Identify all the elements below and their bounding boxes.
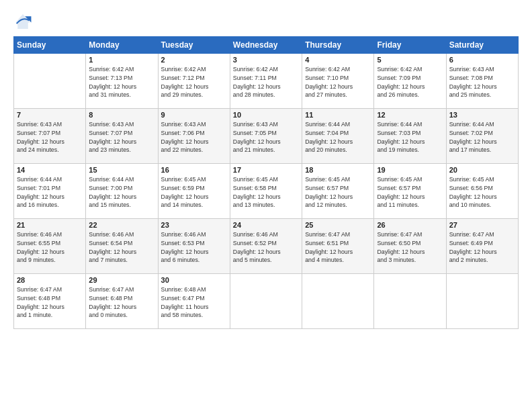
day-number: 29 — [89, 276, 154, 284]
day-info: Sunrise: 6:44 AM Sunset: 7:03 PM Dayligh… — [377, 120, 443, 154]
calendar-cell: 27Sunrise: 6:47 AM Sunset: 6:49 PM Dayli… — [446, 219, 518, 274]
day-number: 19 — [377, 166, 443, 174]
day-info: Sunrise: 6:44 AM Sunset: 7:04 PM Dayligh… — [305, 120, 371, 154]
day-info: Sunrise: 6:44 AM Sunset: 7:02 PM Dayligh… — [449, 120, 515, 154]
day-info: Sunrise: 6:45 AM Sunset: 6:57 PM Dayligh… — [377, 175, 443, 210]
day-info: Sunrise: 6:42 AM Sunset: 7:09 PM Dayligh… — [377, 65, 443, 99]
calendar-cell: 6Sunrise: 6:43 AM Sunset: 7:08 PM Daylig… — [446, 54, 518, 109]
calendar-cell: 2Sunrise: 6:42 AM Sunset: 7:12 PM Daylig… — [158, 54, 230, 109]
calendar-week-4: 21Sunrise: 6:46 AM Sunset: 6:55 PM Dayli… — [14, 219, 519, 274]
calendar-header: SundayMondayTuesdayWednesdayThursdayFrid… — [14, 37, 519, 54]
calendar-cell: 9Sunrise: 6:43 AM Sunset: 7:06 PM Daylig… — [158, 109, 230, 164]
calendar-body: 1Sunrise: 6:42 AM Sunset: 7:13 PM Daylig… — [14, 54, 519, 329]
day-info: Sunrise: 6:42 AM Sunset: 7:12 PM Dayligh… — [161, 65, 227, 99]
calendar-cell: 5Sunrise: 6:42 AM Sunset: 7:09 PM Daylig… — [374, 54, 446, 109]
day-number: 12 — [377, 111, 443, 119]
calendar-cell: 1Sunrise: 6:42 AM Sunset: 7:13 PM Daylig… — [86, 54, 158, 109]
calendar-cell: 14Sunrise: 6:44 AM Sunset: 7:01 PM Dayli… — [14, 164, 86, 219]
calendar-cell — [446, 274, 518, 329]
day-number: 25 — [305, 221, 371, 229]
calendar-week-5: 28Sunrise: 6:47 AM Sunset: 6:48 PM Dayli… — [14, 274, 519, 329]
day-number: 18 — [305, 166, 371, 174]
day-info: Sunrise: 6:43 AM Sunset: 7:07 PM Dayligh… — [17, 120, 83, 154]
day-number: 21 — [17, 221, 83, 229]
calendar-cell: 15Sunrise: 6:44 AM Sunset: 7:00 PM Dayli… — [86, 164, 158, 219]
day-info: Sunrise: 6:47 AM Sunset: 6:48 PM Dayligh… — [89, 285, 154, 320]
calendar-cell: 16Sunrise: 6:45 AM Sunset: 6:59 PM Dayli… — [158, 164, 230, 219]
weekday-wednesday: Wednesday — [230, 37, 302, 54]
day-info: Sunrise: 6:46 AM Sunset: 6:54 PM Dayligh… — [89, 230, 154, 265]
day-number: 27 — [449, 221, 515, 229]
day-info: Sunrise: 6:42 AM Sunset: 7:10 PM Dayligh… — [305, 65, 371, 99]
calendar-cell: 3Sunrise: 6:42 AM Sunset: 7:11 PM Daylig… — [230, 54, 302, 109]
calendar-cell: 18Sunrise: 6:45 AM Sunset: 6:57 PM Dayli… — [302, 164, 374, 219]
day-info: Sunrise: 6:44 AM Sunset: 7:01 PM Dayligh… — [17, 175, 83, 210]
day-number: 1 — [89, 56, 154, 64]
calendar-cell: 7Sunrise: 6:43 AM Sunset: 7:07 PM Daylig… — [14, 109, 86, 164]
logo-icon — [13, 12, 32, 31]
day-number: 26 — [377, 221, 443, 229]
day-number: 9 — [161, 111, 227, 119]
day-number: 3 — [233, 56, 299, 64]
day-number: 28 — [17, 276, 83, 284]
calendar-cell: 13Sunrise: 6:44 AM Sunset: 7:02 PM Dayli… — [446, 109, 518, 164]
day-number: 7 — [17, 111, 83, 119]
day-number: 6 — [449, 56, 515, 64]
day-number: 14 — [17, 166, 83, 174]
weekday-thursday: Thursday — [302, 37, 374, 54]
day-info: Sunrise: 6:46 AM Sunset: 6:52 PM Dayligh… — [233, 230, 299, 265]
day-info: Sunrise: 6:45 AM Sunset: 6:59 PM Dayligh… — [161, 175, 227, 210]
calendar-cell: 20Sunrise: 6:45 AM Sunset: 6:56 PM Dayli… — [446, 164, 518, 219]
day-number: 11 — [305, 111, 371, 119]
calendar-cell: 28Sunrise: 6:47 AM Sunset: 6:48 PM Dayli… — [14, 274, 86, 329]
day-number: 30 — [161, 276, 227, 284]
calendar-cell: 17Sunrise: 6:45 AM Sunset: 6:58 PM Dayli… — [230, 164, 302, 219]
day-info: Sunrise: 6:48 AM Sunset: 6:47 PM Dayligh… — [161, 285, 227, 320]
page-header — [13, 12, 519, 31]
calendar-cell: 30Sunrise: 6:48 AM Sunset: 6:47 PM Dayli… — [158, 274, 230, 329]
day-info: Sunrise: 6:47 AM Sunset: 6:51 PM Dayligh… — [305, 230, 371, 265]
calendar-week-3: 14Sunrise: 6:44 AM Sunset: 7:01 PM Dayli… — [14, 164, 519, 219]
day-info: Sunrise: 6:45 AM Sunset: 6:57 PM Dayligh… — [305, 175, 371, 210]
day-info: Sunrise: 6:43 AM Sunset: 7:08 PM Dayligh… — [449, 65, 515, 99]
day-number: 22 — [89, 221, 154, 229]
weekday-friday: Friday — [374, 37, 446, 54]
calendar-cell: 10Sunrise: 6:43 AM Sunset: 7:05 PM Dayli… — [230, 109, 302, 164]
day-info: Sunrise: 6:46 AM Sunset: 6:53 PM Dayligh… — [161, 230, 227, 265]
day-number: 10 — [233, 111, 299, 119]
calendar-cell — [302, 274, 374, 329]
calendar-cell: 12Sunrise: 6:44 AM Sunset: 7:03 PM Dayli… — [374, 109, 446, 164]
day-info: Sunrise: 6:43 AM Sunset: 7:06 PM Dayligh… — [161, 120, 227, 154]
day-number: 20 — [449, 166, 515, 174]
weekday-header-row: SundayMondayTuesdayWednesdayThursdayFrid… — [14, 37, 519, 54]
day-info: Sunrise: 6:47 AM Sunset: 6:50 PM Dayligh… — [377, 230, 443, 265]
calendar-cell: 29Sunrise: 6:47 AM Sunset: 6:48 PM Dayli… — [86, 274, 158, 329]
calendar-cell: 23Sunrise: 6:46 AM Sunset: 6:53 PM Dayli… — [158, 219, 230, 274]
day-number: 13 — [449, 111, 515, 119]
day-info: Sunrise: 6:43 AM Sunset: 7:07 PM Dayligh… — [89, 120, 154, 154]
day-info: Sunrise: 6:47 AM Sunset: 6:49 PM Dayligh… — [449, 230, 515, 265]
weekday-tuesday: Tuesday — [158, 37, 230, 54]
calendar-table: SundayMondayTuesdayWednesdayThursdayFrid… — [13, 36, 519, 329]
calendar-cell: 19Sunrise: 6:45 AM Sunset: 6:57 PM Dayli… — [374, 164, 446, 219]
day-number: 8 — [89, 111, 154, 119]
calendar-cell: 21Sunrise: 6:46 AM Sunset: 6:55 PM Dayli… — [14, 219, 86, 274]
day-number: 15 — [89, 166, 154, 174]
day-info: Sunrise: 6:42 AM Sunset: 7:11 PM Dayligh… — [233, 65, 299, 99]
calendar-cell — [14, 54, 86, 109]
calendar-cell: 11Sunrise: 6:44 AM Sunset: 7:04 PM Dayli… — [302, 109, 374, 164]
day-number: 17 — [233, 166, 299, 174]
weekday-monday: Monday — [86, 37, 158, 54]
calendar-week-1: 1Sunrise: 6:42 AM Sunset: 7:13 PM Daylig… — [14, 54, 519, 109]
day-info: Sunrise: 6:44 AM Sunset: 7:00 PM Dayligh… — [89, 175, 154, 210]
day-info: Sunrise: 6:47 AM Sunset: 6:48 PM Dayligh… — [17, 285, 83, 320]
day-info: Sunrise: 6:45 AM Sunset: 6:56 PM Dayligh… — [449, 175, 515, 210]
weekday-sunday: Sunday — [14, 37, 86, 54]
calendar-cell: 24Sunrise: 6:46 AM Sunset: 6:52 PM Dayli… — [230, 219, 302, 274]
weekday-saturday: Saturday — [446, 37, 518, 54]
day-info: Sunrise: 6:45 AM Sunset: 6:58 PM Dayligh… — [233, 175, 299, 210]
calendar-cell: 26Sunrise: 6:47 AM Sunset: 6:50 PM Dayli… — [374, 219, 446, 274]
day-info: Sunrise: 6:43 AM Sunset: 7:05 PM Dayligh… — [233, 120, 299, 154]
day-info: Sunrise: 6:46 AM Sunset: 6:55 PM Dayligh… — [17, 230, 83, 265]
calendar-cell: 25Sunrise: 6:47 AM Sunset: 6:51 PM Dayli… — [302, 219, 374, 274]
